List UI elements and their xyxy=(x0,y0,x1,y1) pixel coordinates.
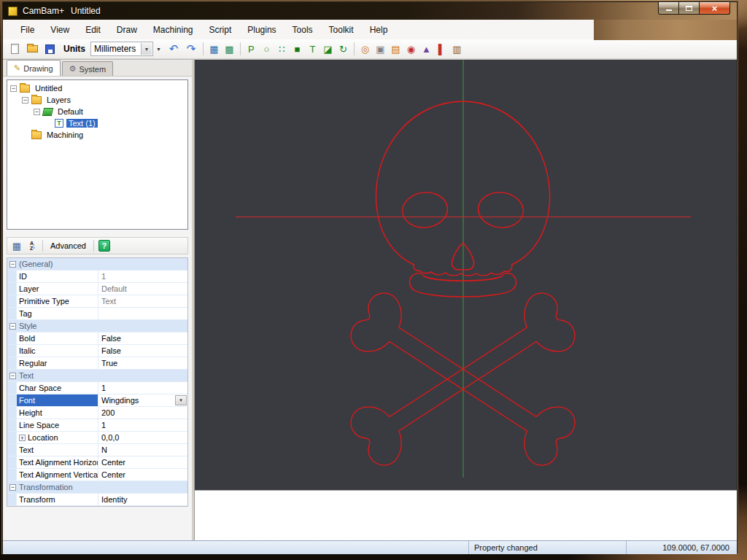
expand-icon[interactable]: + xyxy=(19,435,26,441)
style-icon[interactable]: ▌ xyxy=(435,42,449,56)
property-row-italic[interactable]: ItalicFalse xyxy=(7,345,187,357)
help-button[interactable]: ? xyxy=(98,240,110,252)
property-value[interactable]: False xyxy=(98,332,187,344)
property-row-bold[interactable]: BoldFalse xyxy=(7,332,187,345)
drill-mop-icon[interactable]: ◉ xyxy=(404,42,418,56)
property-row-regular[interactable]: RegularTrue xyxy=(7,357,187,370)
tab-drawing[interactable]: ✎ Drawing xyxy=(7,60,61,76)
units-select[interactable]: Millimeters ▼ xyxy=(90,42,153,56)
property-row-font[interactable]: FontWingdings▼ xyxy=(7,394,187,407)
section-collapse-icon[interactable]: − xyxy=(9,323,16,330)
property-value[interactable]: Default xyxy=(98,283,187,295)
property-section-general[interactable]: −(General) xyxy=(7,258,187,271)
section-collapse-icon[interactable]: − xyxy=(9,484,16,491)
property-row-text[interactable]: TextN xyxy=(7,444,187,456)
property-row-text-alignment-horizon[interactable]: Text Alignment HorizonCenter xyxy=(7,456,187,469)
property-value[interactable]: Identity xyxy=(98,494,187,505)
property-value[interactable]: 1 xyxy=(98,382,187,394)
right-eye-outline xyxy=(476,190,525,230)
property-value[interactable]: 0,0,0 xyxy=(98,432,187,443)
property-value[interactable]: Center xyxy=(98,469,187,481)
maximize-button[interactable] xyxy=(679,2,699,15)
menu-tools[interactable]: Tools xyxy=(285,22,321,38)
tab-system[interactable]: ⚙ System xyxy=(62,61,114,76)
engrave-mop-icon[interactable]: ▤ xyxy=(389,42,403,56)
property-row-id[interactable]: ID1 xyxy=(7,271,187,283)
menu-toolkit[interactable]: Toolkit xyxy=(321,22,362,38)
property-section-transformation[interactable]: −Transformation xyxy=(7,481,187,494)
rectangle-icon[interactable]: ■ xyxy=(290,42,304,56)
menu-help[interactable]: Help xyxy=(362,22,396,38)
property-value[interactable]: N xyxy=(98,444,187,456)
property-row-char-space[interactable]: Char Space1 xyxy=(7,382,187,394)
save-button[interactable] xyxy=(42,41,58,57)
pocket-mop-icon[interactable]: ▣ xyxy=(374,42,387,56)
property-value[interactable] xyxy=(98,308,187,319)
property-row-location[interactable]: +Location0,0,0 xyxy=(7,432,187,444)
alphabetical-sort-button[interactable]: AZ ↓ xyxy=(26,239,39,252)
titlebar[interactable]: CamBam+Untitled xyxy=(3,2,737,20)
property-row-tag[interactable]: Tag xyxy=(7,308,187,320)
close-button[interactable]: × xyxy=(699,2,730,15)
menu-machining[interactable]: Machining xyxy=(145,22,201,38)
property-value[interactable]: Wingdings▼ xyxy=(98,394,187,406)
open-file-button[interactable] xyxy=(24,41,40,57)
redo-button[interactable]: ↷ xyxy=(183,41,199,57)
circle-icon[interactable]: ○ xyxy=(260,42,274,56)
menu-file[interactable]: File xyxy=(12,22,42,38)
view-grid-icon[interactable]: ▦ xyxy=(207,42,221,56)
property-value[interactable]: Text xyxy=(98,295,187,307)
property-row-primitive-type[interactable]: Primitive TypeText xyxy=(7,295,187,308)
surface-icon[interactable]: ◪ xyxy=(321,42,335,56)
save-icon xyxy=(45,44,55,54)
tree-expander-icon[interactable]: − xyxy=(10,85,17,92)
undo-button[interactable]: ↶ xyxy=(166,41,182,57)
property-value[interactable]: 200 xyxy=(98,407,187,419)
property-section-style[interactable]: −Style xyxy=(7,320,187,332)
new-file-button[interactable] xyxy=(7,41,23,57)
part-icon[interactable]: ▥ xyxy=(450,42,464,56)
property-value[interactable]: True xyxy=(98,357,187,369)
menu-edit[interactable]: Edit xyxy=(77,22,109,38)
dropdown-button[interactable]: ▼ xyxy=(175,395,187,405)
tree-item-machining[interactable]: Machining xyxy=(7,129,187,141)
combo-arrow-icon[interactable]: ▼ xyxy=(141,43,152,55)
polyline-icon[interactable]: P xyxy=(244,42,258,56)
menu-plugins[interactable]: Plugins xyxy=(239,22,284,38)
units-dropdown-icon[interactable]: ▼ xyxy=(156,47,161,52)
profile-mop-icon[interactable]: ◎ xyxy=(358,42,372,56)
point-list-icon[interactable]: ∷ xyxy=(275,42,289,56)
property-value[interactable]: Center xyxy=(98,456,187,468)
menu-draw[interactable]: Draw xyxy=(109,22,145,38)
property-row-transform[interactable]: TransformIdentity xyxy=(7,494,187,506)
snap-grid-icon[interactable]: ▩ xyxy=(222,42,236,56)
cad-viewport[interactable] xyxy=(195,60,737,490)
property-row-line-space[interactable]: Line Space1 xyxy=(7,419,187,432)
property-value[interactable]: 1 xyxy=(98,271,187,282)
property-row-layer[interactable]: LayerDefault xyxy=(7,283,187,295)
tree-item-untitled[interactable]: −Untitled xyxy=(7,82,187,94)
tree-expander-icon[interactable]: − xyxy=(34,109,40,115)
minimize-button[interactable] xyxy=(658,2,679,15)
menu-view[interactable]: View xyxy=(42,22,77,38)
property-value[interactable]: False xyxy=(98,345,187,357)
menu-script[interactable]: Script xyxy=(201,22,240,38)
categorized-view-button[interactable]: ▦ xyxy=(10,239,23,252)
tree-item-default[interactable]: −Default xyxy=(7,106,187,117)
category-gutter xyxy=(7,382,17,394)
text-tool-icon[interactable]: T xyxy=(306,42,320,56)
section-collapse-icon[interactable]: − xyxy=(9,261,16,268)
tree-expander-icon[interactable]: − xyxy=(22,97,28,104)
layer-icon xyxy=(42,108,53,116)
property-row-text-alignment-vertica[interactable]: Text Alignment VerticaCenter xyxy=(7,469,187,481)
property-section-text[interactable]: −Text xyxy=(7,370,187,382)
tree-item-text-1[interactable]: TText (1) xyxy=(7,117,187,129)
transform-icon[interactable]: ↻ xyxy=(336,42,350,56)
property-value[interactable]: 1 xyxy=(98,419,187,431)
property-row-height[interactable]: Height200 xyxy=(7,407,187,419)
advanced-button[interactable]: Advanced xyxy=(46,241,90,250)
mop-3d-icon[interactable]: ▲ xyxy=(419,42,433,56)
tree-item-layers[interactable]: −Layers xyxy=(7,94,187,106)
section-collapse-icon[interactable]: − xyxy=(9,373,16,379)
property-name: Font xyxy=(17,394,98,406)
